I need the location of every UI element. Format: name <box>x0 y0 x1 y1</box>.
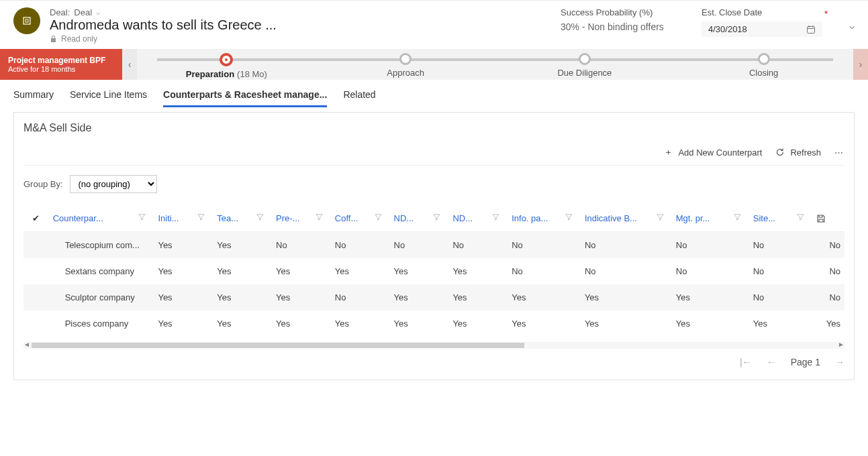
grid-cell[interactable]: No <box>672 258 749 284</box>
stage-approach[interactable]: Approach <box>316 50 495 79</box>
pager-next-button[interactable]: → <box>835 357 845 367</box>
row-select-cell[interactable] <box>23 232 49 259</box>
filter-icon[interactable] <box>433 213 444 221</box>
grid-cell[interactable]: Yes <box>213 232 272 259</box>
add-counterpart-button[interactable]: ＋ Add New Counterpart <box>664 146 762 158</box>
grid-cell[interactable]: Yes <box>154 232 213 259</box>
grid-cell[interactable]: No <box>331 232 390 259</box>
grid-cell[interactable]: No <box>812 232 845 259</box>
grid-cell[interactable]: Yes <box>390 284 449 310</box>
counterpart-name-cell[interactable]: Sculptor company <box>49 284 154 310</box>
grid-cell[interactable]: Yes <box>272 284 331 310</box>
counterpart-name-cell[interactable]: Telescopium com... <box>49 232 154 259</box>
grid-cell[interactable]: No <box>749 258 812 284</box>
row-select-cell[interactable] <box>23 310 49 337</box>
grid-cell[interactable]: No <box>812 284 845 310</box>
grid-cell[interactable]: Yes <box>213 258 272 284</box>
grid-cell[interactable]: No <box>749 232 812 259</box>
horizontal-scrollbar[interactable] <box>23 342 845 349</box>
grid-cell[interactable]: Yes <box>672 284 749 310</box>
grid-cell[interactable]: Yes <box>508 310 581 337</box>
column-header[interactable]: Mgt. pr... <box>672 205 749 232</box>
tab-service-line-items[interactable]: Service Line Items <box>70 89 147 107</box>
process-flag[interactable]: Project management BPF Active for 18 mon… <box>0 49 122 80</box>
row-select-cell[interactable] <box>23 284 49 310</box>
column-header[interactable]: ND... <box>390 205 449 232</box>
grid-cell[interactable]: Yes <box>448 284 508 310</box>
group-by-select[interactable]: (no grouping) <box>70 175 157 193</box>
grid-cell[interactable]: Yes <box>272 258 331 284</box>
grid-cell[interactable]: Yes <box>390 310 449 337</box>
grid-cell[interactable]: Yes <box>272 310 331 337</box>
grid-cell[interactable]: Yes <box>581 310 672 337</box>
filter-icon[interactable] <box>138 213 150 221</box>
grid-cell[interactable]: Yes <box>154 258 213 284</box>
pager-first-button[interactable]: |← <box>740 357 752 367</box>
column-header[interactable]: Pre-... <box>272 205 331 232</box>
filter-icon[interactable] <box>197 213 209 221</box>
grid-cell[interactable]: No <box>581 232 672 259</box>
column-header[interactable]: Initi... <box>154 205 213 232</box>
grid-cell[interactable]: Yes <box>390 258 449 284</box>
column-header[interactable]: Counterpar... <box>49 205 154 232</box>
filter-icon[interactable] <box>492 213 503 221</box>
grid-cell[interactable]: Yes <box>508 284 581 310</box>
grid-cell[interactable]: Yes <box>331 258 390 284</box>
row-select-cell[interactable] <box>23 258 49 284</box>
filter-icon[interactable] <box>375 213 386 221</box>
counterpart-name-cell[interactable]: Pisces company <box>49 310 154 337</box>
grid-cell[interactable]: No <box>331 284 390 310</box>
column-header[interactable]: Indicative B... <box>581 205 672 232</box>
stage-preparation[interactable]: Preparation(18 Mo) <box>137 50 316 79</box>
grid-cell[interactable]: Yes <box>213 284 272 310</box>
grid-cell[interactable]: No <box>749 284 812 310</box>
breadcrumb[interactable]: Deal: Deal ⌵ <box>50 7 332 17</box>
stage-due-diligence[interactable]: Due Diligence <box>495 50 675 79</box>
grid-cell[interactable]: Yes <box>749 310 812 337</box>
filter-icon[interactable] <box>256 213 268 221</box>
table-row[interactable]: Telescopium com...YesYesNoNoNoNoNoNoNoNo… <box>23 232 845 259</box>
grid-cell[interactable]: No <box>390 232 449 259</box>
grid-cell[interactable]: No <box>581 258 672 284</box>
filter-icon[interactable] <box>316 213 327 221</box>
table-row[interactable]: Sextans companyYesYesYesYesYesYesNoNoNoN… <box>23 258 845 284</box>
filter-icon[interactable] <box>734 213 745 221</box>
filter-icon[interactable] <box>657 213 668 221</box>
filter-icon[interactable] <box>797 213 808 221</box>
grid-cell[interactable]: No <box>812 258 845 284</box>
process-next-button[interactable]: › <box>853 49 868 80</box>
grid-cell[interactable]: Yes <box>672 310 749 337</box>
column-header[interactable]: Info. pa... <box>508 205 581 232</box>
counterpart-name-cell[interactable]: Sextans company <box>49 258 154 284</box>
grid-cell[interactable]: No <box>272 232 331 259</box>
select-all-column[interactable]: ✔ <box>23 205 49 232</box>
column-header[interactable]: ND... <box>448 205 508 232</box>
more-commands-button[interactable]: ⋯ <box>834 148 845 158</box>
grid-cell[interactable]: Yes <box>213 310 272 337</box>
grid-cell[interactable]: No <box>672 232 749 259</box>
column-header[interactable]: Site... <box>749 205 812 232</box>
close-date-input[interactable]: 4/30/2018 <box>702 21 822 37</box>
filter-icon[interactable] <box>565 213 577 221</box>
tab-summary[interactable]: Summary <box>13 89 54 107</box>
grid-cell[interactable]: Yes <box>154 310 213 337</box>
process-prev-button[interactable]: ‹ <box>122 49 137 80</box>
tab-counterparts-racesheet-manage[interactable]: Counterparts & Racesheet manage... <box>163 89 327 107</box>
grid-cell[interactable]: Yes <box>812 310 845 337</box>
table-row[interactable]: Pisces companyYesYesYesYesYesYesYesYesYe… <box>23 310 845 337</box>
grid-cell[interactable]: Yes <box>581 284 672 310</box>
grid-cell[interactable]: No <box>508 232 581 259</box>
grid-cell[interactable]: Yes <box>331 310 390 337</box>
table-row[interactable]: Sculptor companyYesYesYesNoYesYesYesYesY… <box>23 284 845 310</box>
refresh-button[interactable]: Refresh <box>775 148 821 158</box>
grid-cell[interactable]: Yes <box>154 284 213 310</box>
pager-prev-button[interactable]: ← <box>767 357 776 367</box>
tab-related[interactable]: Related <box>343 89 375 107</box>
column-header[interactable]: Coff... <box>331 205 390 232</box>
grid-cell[interactable]: No <box>508 258 581 284</box>
grid-cell[interactable]: Yes <box>448 258 508 284</box>
scrollbar-thumb[interactable] <box>32 343 524 348</box>
grid-cell[interactable]: No <box>448 232 508 259</box>
save-layout-column[interactable] <box>812 205 845 232</box>
stage-closing[interactable]: Closing <box>674 50 853 79</box>
